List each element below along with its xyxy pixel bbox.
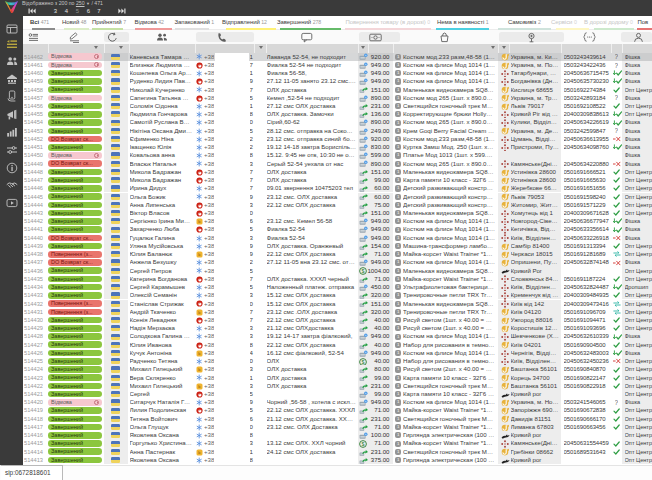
svg-text:lc: lc (198, 385, 201, 389)
svg-text:lc: lc (198, 220, 201, 224)
svg-text:lc: lc (198, 368, 201, 372)
svg-text:lc: lc (198, 311, 201, 315)
svg-text:lc: lc (198, 352, 201, 356)
svg-text:lc: lc (198, 451, 201, 455)
svg-text:lc: lc (198, 253, 201, 257)
